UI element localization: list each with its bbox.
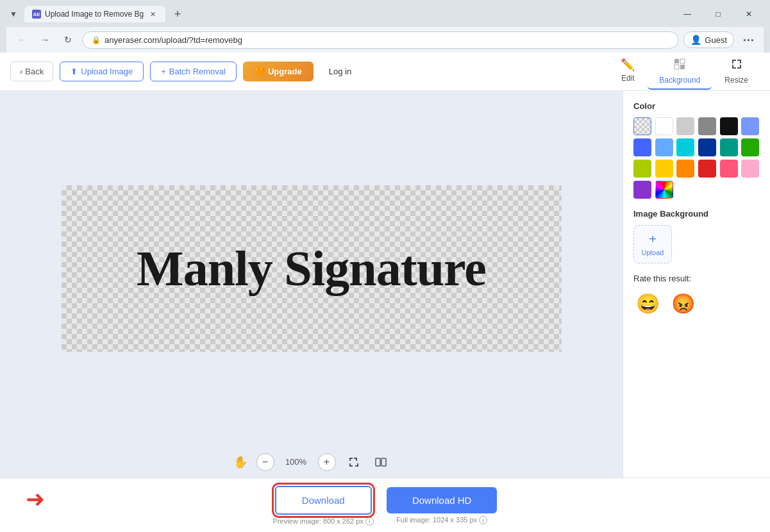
resize-icon xyxy=(730,58,743,74)
tab-favicon: AE xyxy=(32,10,41,19)
canvas-wrapper: Manly Signature xyxy=(0,91,623,447)
color-swatch-purple[interactable] xyxy=(633,181,651,199)
address-bar: ← → ↻ 🔒 anyeraser.com/upload/?td=removeb… xyxy=(6,27,764,53)
rate-title: Rate this result: xyxy=(633,274,760,283)
edit-icon: ✏️ xyxy=(621,58,635,72)
login-button[interactable]: Log in xyxy=(320,62,360,81)
heart-icon: 🧡 xyxy=(255,67,265,76)
plus-icon: + xyxy=(161,67,166,76)
color-swatch-blue[interactable] xyxy=(633,138,651,156)
color-swatch-cyan[interactable] xyxy=(676,138,694,156)
image-bg-title: Image Background xyxy=(633,209,760,219)
color-section: Color xyxy=(633,101,760,199)
color-swatch-transparent[interactable] xyxy=(633,117,651,135)
background-icon xyxy=(673,58,686,74)
drag-icon[interactable]: ✋ xyxy=(233,455,247,469)
split-view-button[interactable] xyxy=(372,453,390,471)
full-info-icon[interactable]: i xyxy=(479,516,487,524)
color-grid xyxy=(633,117,760,199)
color-swatch-lightgray[interactable] xyxy=(676,117,694,135)
color-section-title: Color xyxy=(633,101,760,111)
red-arrow-indicator: ➜ xyxy=(26,486,45,513)
browser-chrome: ▼ AE Upload Image to Remove Bg ✕ + — □ ✕… xyxy=(0,0,770,53)
zoom-in-button[interactable]: + xyxy=(318,453,336,471)
zoom-out-button[interactable]: − xyxy=(256,453,274,471)
browser-titlebar: ▼ AE Upload Image to Remove Bg ✕ + — □ ✕ xyxy=(6,5,764,23)
color-swatch-periwinkle[interactable] xyxy=(741,117,759,135)
maximize-button[interactable]: □ xyxy=(703,5,733,23)
url-text: anyeraser.com/upload/?td=removebg xyxy=(105,35,669,45)
lock-icon: 🔒 xyxy=(92,36,101,44)
back-button[interactable]: ‹ Back xyxy=(10,62,53,81)
preview-info: Preview image: 800 x 262 px i xyxy=(273,517,374,526)
color-swatch-yellowgreen[interactable] xyxy=(633,160,651,178)
color-swatch-darkblue[interactable] xyxy=(698,138,716,156)
back-label: Back xyxy=(25,67,44,76)
toolbar-right: ✏️ Edit Background xyxy=(609,54,760,90)
tab-title: Upload Image to Remove Bg xyxy=(45,10,144,19)
image-upload-box[interactable]: + Upload xyxy=(633,225,672,263)
edit-tab[interactable]: ✏️ Edit xyxy=(609,54,646,90)
color-swatch-teal[interactable] xyxy=(720,138,738,156)
color-swatch-gradient[interactable] xyxy=(655,181,673,199)
window-controls: — □ ✕ xyxy=(673,5,764,23)
download-button[interactable]: Download xyxy=(275,486,372,515)
upload-box-label: Upload xyxy=(642,249,664,256)
zoom-controls: ✋ − 100% + xyxy=(0,447,623,478)
new-tab-button[interactable]: + xyxy=(169,6,186,22)
minimize-button[interactable]: — xyxy=(673,5,702,23)
preview-info-icon[interactable]: i xyxy=(365,517,374,526)
svg-rect-3 xyxy=(680,65,685,69)
background-tab[interactable]: Background xyxy=(648,54,712,90)
color-swatch-red[interactable] xyxy=(698,160,716,178)
profile-button[interactable]: 👤 Guest xyxy=(683,31,734,48)
happy-emoji-button[interactable]: 😄 xyxy=(633,290,662,317)
resize-tab[interactable]: Resize xyxy=(713,54,760,90)
image-background-section: Image Background + Upload xyxy=(633,209,760,263)
checkerboard-container: Manly Signature xyxy=(62,185,562,352)
color-swatch-lightpink[interactable] xyxy=(741,160,759,178)
right-panel: Color xyxy=(623,91,770,478)
signature-text: Manly Signature xyxy=(137,240,486,297)
bottom-bar: ➜ Download Preview image: 800 x 262 px i… xyxy=(0,478,770,533)
toolbar: ‹ Back ⬆ Upload Image + Batch Removal 🧡 … xyxy=(0,53,770,91)
app-container: ‹ Back ⬆ Upload Image + Batch Removal 🧡 … xyxy=(0,53,770,532)
profile-label: Guest xyxy=(705,35,727,45)
color-swatch-green[interactable] xyxy=(741,138,759,156)
svg-rect-4 xyxy=(376,458,380,466)
download-hd-button[interactable]: Download HD xyxy=(387,487,498,513)
color-swatch-pinkred[interactable] xyxy=(720,160,738,178)
color-swatch-skyblue[interactable] xyxy=(655,138,673,156)
more-options-button[interactable]: ⋯ xyxy=(739,31,757,49)
emoji-row: 😄 😡 xyxy=(633,290,760,317)
profile-icon: 👤 xyxy=(690,35,701,45)
canvas-area: Manly Signature ✋ − 100% + xyxy=(0,91,623,478)
url-bar[interactable]: 🔒 anyeraser.com/upload/?td=removebg xyxy=(82,31,678,49)
svg-rect-2 xyxy=(674,65,679,69)
forward-nav-button[interactable]: → xyxy=(36,31,54,49)
back-chevron-icon: ‹ xyxy=(20,67,22,76)
upload-plus-icon: + xyxy=(649,232,657,247)
download-group: Download Preview image: 800 x 262 px i xyxy=(273,486,374,526)
color-swatch-yellow[interactable] xyxy=(655,160,673,178)
color-swatch-orange[interactable] xyxy=(676,160,694,178)
main-area: Manly Signature ✋ − 100% + xyxy=(0,91,770,478)
upgrade-button[interactable]: 🧡 Upgrade xyxy=(243,62,314,81)
tab-close-button[interactable]: ✕ xyxy=(147,9,158,19)
upload-image-button[interactable]: ⬆ Upload Image xyxy=(60,62,144,81)
svg-rect-0 xyxy=(674,59,679,63)
angry-emoji-button[interactable]: 😡 xyxy=(669,290,698,317)
tab-list-button[interactable]: ▼ xyxy=(6,7,21,21)
zoom-level: 100% xyxy=(283,457,309,467)
color-swatch-gray[interactable] xyxy=(698,117,716,135)
download-hd-group: Download HD Full image: 1024 x 335 px i xyxy=(387,487,498,525)
refresh-button[interactable]: ↻ xyxy=(59,31,77,49)
color-swatch-white[interactable] xyxy=(655,117,673,135)
fit-to-screen-button[interactable] xyxy=(345,453,363,471)
close-window-button[interactable]: ✕ xyxy=(734,5,764,23)
svg-rect-1 xyxy=(680,59,685,63)
color-swatch-black[interactable] xyxy=(720,117,738,135)
back-nav-button[interactable]: ← xyxy=(13,31,31,49)
batch-removal-button[interactable]: + Batch Removal xyxy=(150,62,237,81)
browser-tab[interactable]: AE Upload Image to Remove Bg ✕ xyxy=(24,6,165,22)
